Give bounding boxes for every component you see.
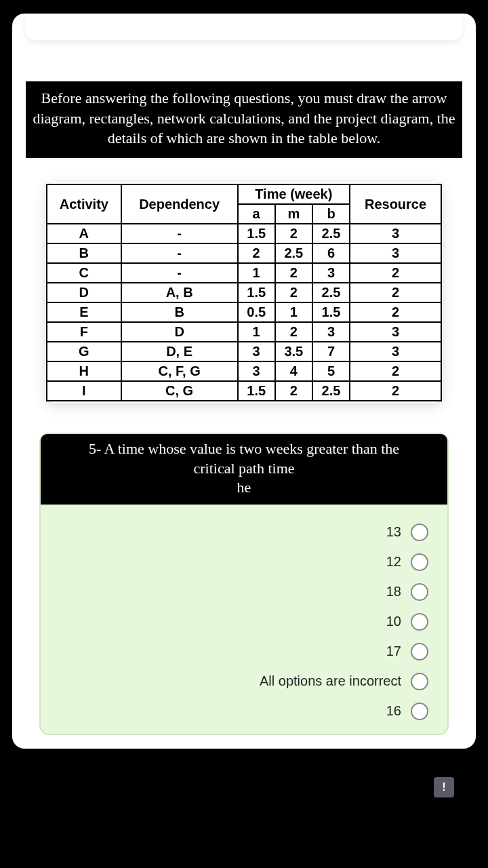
cell-dependency: D xyxy=(121,322,238,342)
radio-icon[interactable] xyxy=(411,583,428,601)
cell-resource: 2 xyxy=(350,381,441,401)
cell-m: 2 xyxy=(275,283,312,302)
radio-icon[interactable] xyxy=(411,524,428,541)
cell-m: 2 xyxy=(275,263,312,283)
cell-a: 1.5 xyxy=(238,381,275,401)
cell-dependency: - xyxy=(121,263,238,283)
question-line2: critical path time xyxy=(193,460,294,477)
cell-b: 2.5 xyxy=(312,283,350,302)
cell-b: 5 xyxy=(312,361,350,381)
cell-dependency: C, F, G xyxy=(121,361,238,381)
question-line1: 5- A time whose value is two weeks great… xyxy=(89,440,399,457)
col-dependency: Dependency xyxy=(121,184,238,224)
cell-b: 3 xyxy=(312,322,350,342)
page-card: Before answering the following questions… xyxy=(12,14,476,749)
radio-icon[interactable] xyxy=(411,643,428,660)
cell-activity: G xyxy=(47,342,121,361)
option-row[interactable]: 12 xyxy=(386,553,428,571)
cell-resource: 3 xyxy=(350,322,441,342)
question-line3: he xyxy=(237,479,251,496)
options-list: 1312181017All options are incorrect16 xyxy=(41,505,447,720)
col-time-group: Time (week) xyxy=(238,184,350,204)
cell-m: 3.5 xyxy=(275,342,312,361)
option-row[interactable]: 16 xyxy=(386,703,428,720)
activity-table-wrap: Activity Dependency Time (week) Resource… xyxy=(46,182,442,403)
cell-resource: 2 xyxy=(350,302,441,322)
radio-icon[interactable] xyxy=(411,673,428,690)
home-indicator xyxy=(186,859,302,864)
option-row[interactable]: 17 xyxy=(386,643,428,660)
option-row[interactable]: 13 xyxy=(386,524,428,541)
option-label: 12 xyxy=(386,554,401,570)
cell-activity: H xyxy=(47,361,121,381)
cell-resource: 3 xyxy=(350,342,441,361)
cell-dependency: D, E xyxy=(121,342,238,361)
table-row: DA, B1.522.52 xyxy=(47,283,441,302)
option-label: 13 xyxy=(386,524,401,540)
radio-icon[interactable] xyxy=(411,703,428,720)
cell-a: 3 xyxy=(238,342,275,361)
cell-b: 2.5 xyxy=(312,224,350,243)
table-row: B-22.563 xyxy=(47,243,441,263)
cell-m: 2 xyxy=(275,224,312,243)
table-row: A-1.522.53 xyxy=(47,224,441,243)
cell-a: 1.5 xyxy=(238,283,275,302)
cell-dependency: - xyxy=(121,224,238,243)
cell-activity: D xyxy=(47,283,121,302)
cell-a: 0.5 xyxy=(238,302,275,322)
cell-b: 1.5 xyxy=(312,302,350,322)
cell-m: 2 xyxy=(275,381,312,401)
question-card: 5- A time whose value is two weeks great… xyxy=(39,433,449,735)
table-row: IC, G1.522.52 xyxy=(47,381,441,401)
table-row: HC, F, G3452 xyxy=(47,361,441,381)
cell-resource: 2 xyxy=(350,263,441,283)
cell-resource: 3 xyxy=(350,243,441,263)
col-m: m xyxy=(275,204,312,224)
question-banner: 5- A time whose value is two weeks great… xyxy=(41,434,447,505)
cell-m: 4 xyxy=(275,361,312,381)
col-activity: Activity xyxy=(47,184,121,224)
col-resource: Resource xyxy=(350,184,441,224)
cell-activity: B xyxy=(47,243,121,263)
table-row: GD, E33.573 xyxy=(47,342,441,361)
table-row: EB0.511.52 xyxy=(47,302,441,322)
instruction-banner: Before answering the following questions… xyxy=(26,81,462,158)
cell-m: 2 xyxy=(275,322,312,342)
cell-activity: A xyxy=(47,224,121,243)
table-row: FD1233 xyxy=(47,322,441,342)
cell-b: 2.5 xyxy=(312,381,350,401)
cell-dependency: B xyxy=(121,302,238,322)
radio-icon[interactable] xyxy=(411,553,428,571)
cell-a: 2 xyxy=(238,243,275,263)
cell-a: 1.5 xyxy=(238,224,275,243)
cell-resource: 2 xyxy=(350,283,441,302)
option-label: 10 xyxy=(386,614,401,629)
exclamation-icon: ! xyxy=(442,781,445,793)
cell-activity: F xyxy=(47,322,121,342)
cell-activity: C xyxy=(47,263,121,283)
option-row[interactable]: 18 xyxy=(386,583,428,601)
activity-table: Activity Dependency Time (week) Resource… xyxy=(46,184,442,401)
cell-dependency: A, B xyxy=(121,283,238,302)
top-divider xyxy=(26,14,462,41)
option-label: All options are incorrect xyxy=(260,673,401,689)
cell-a: 1 xyxy=(238,322,275,342)
cell-resource: 3 xyxy=(350,224,441,243)
cell-m: 1 xyxy=(275,302,312,322)
option-label: 18 xyxy=(386,584,401,599)
option-row[interactable]: 10 xyxy=(386,613,428,631)
option-row[interactable]: All options are incorrect xyxy=(260,673,428,690)
report-button[interactable]: ! xyxy=(434,777,454,797)
cell-m: 2.5 xyxy=(275,243,312,263)
cell-resource: 2 xyxy=(350,361,441,381)
cell-activity: E xyxy=(47,302,121,322)
cell-a: 1 xyxy=(238,263,275,283)
col-b: b xyxy=(312,204,350,224)
table-row: C-1232 xyxy=(47,263,441,283)
radio-icon[interactable] xyxy=(411,613,428,631)
cell-a: 3 xyxy=(238,361,275,381)
cell-activity: I xyxy=(47,381,121,401)
cell-dependency: C, G xyxy=(121,381,238,401)
option-label: 17 xyxy=(386,644,401,659)
cell-b: 7 xyxy=(312,342,350,361)
